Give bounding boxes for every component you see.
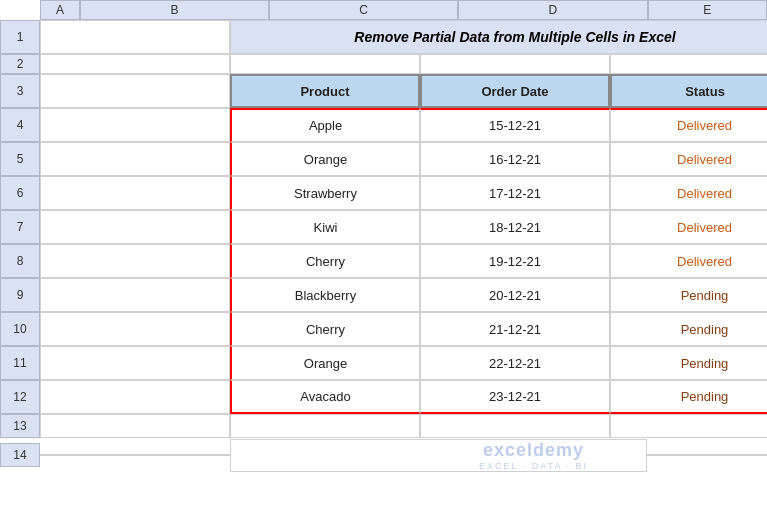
watermark: exceldemy EXCEL · DATA · BI bbox=[479, 440, 588, 471]
cell-date-10: 21-12-21 bbox=[420, 312, 610, 346]
cell-status-8: Delivered bbox=[610, 244, 767, 278]
cell-product-6: Strawberry bbox=[230, 176, 420, 210]
col-header-d: D bbox=[458, 0, 647, 20]
cell-a11 bbox=[40, 346, 230, 380]
row-14: 14 exceldemy EXCEL · DATA · BI bbox=[0, 438, 767, 472]
rownum-6: 6 bbox=[0, 176, 40, 210]
cell-a6 bbox=[40, 176, 230, 210]
rownum-14: 14 bbox=[0, 443, 40, 467]
cell-a10 bbox=[40, 312, 230, 346]
row-6: 6 Strawberry 17-12-21 Delivered bbox=[0, 176, 767, 210]
cell-status-6: Delivered bbox=[610, 176, 767, 210]
watermark-sub: EXCEL · DATA · BI bbox=[479, 461, 588, 471]
cell-status-10: Pending bbox=[610, 312, 767, 346]
col-header-a: A bbox=[40, 0, 80, 20]
rownum-3: 3 bbox=[0, 74, 40, 108]
cell-date-5: 16-12-21 bbox=[420, 142, 610, 176]
row-10: 10 Cherry 21-12-21 Pending bbox=[0, 312, 767, 346]
row-2: 2 bbox=[0, 54, 767, 74]
row-4: 4 Apple 15-12-21 Delivered bbox=[0, 108, 767, 142]
cell-status-11: Pending bbox=[610, 346, 767, 380]
header-product: Product bbox=[230, 74, 420, 108]
row-5: 5 Orange 16-12-21 Delivered bbox=[0, 142, 767, 176]
watermark-logo: exceldemy bbox=[483, 440, 584, 461]
cell-a12 bbox=[40, 380, 230, 414]
cell-product-12: Avacado bbox=[230, 380, 420, 414]
cell-a8 bbox=[40, 244, 230, 278]
cell-b13 bbox=[230, 414, 420, 438]
header-status: Status bbox=[610, 74, 767, 108]
cell-product-4: Apple bbox=[230, 108, 420, 142]
cell-c13 bbox=[420, 414, 610, 438]
cell-d2 bbox=[610, 54, 767, 74]
cell-date-8: 19-12-21 bbox=[420, 244, 610, 278]
cell-date-9: 20-12-21 bbox=[420, 278, 610, 312]
rownum-10: 10 bbox=[0, 312, 40, 346]
cell-date-12: 23-12-21 bbox=[420, 380, 610, 414]
cell-product-5: Orange bbox=[230, 142, 420, 176]
col-header-b: B bbox=[80, 0, 269, 20]
cell-e14 bbox=[647, 454, 767, 456]
cell-a7 bbox=[40, 210, 230, 244]
row-7: 7 Kiwi 18-12-21 Delivered bbox=[0, 210, 767, 244]
rownum-1: 1 bbox=[0, 20, 40, 54]
rownum-13: 13 bbox=[0, 414, 40, 438]
cell-status-7: Delivered bbox=[610, 210, 767, 244]
cell-a1 bbox=[40, 20, 230, 54]
cell-status-12: Pending bbox=[610, 380, 767, 414]
data-rows: 4 Apple 15-12-21 Delivered 5 Orange 16-1… bbox=[0, 108, 767, 414]
cell-a2 bbox=[40, 54, 230, 74]
cell-status-9: Pending bbox=[610, 278, 767, 312]
cell-date-4: 15-12-21 bbox=[420, 108, 610, 142]
spreadsheet: A B C D E 1 Remove Partial Data from Mul… bbox=[0, 0, 767, 519]
rownum-7: 7 bbox=[0, 210, 40, 244]
cell-date-11: 22-12-21 bbox=[420, 346, 610, 380]
row-8: 8 Cherry 19-12-21 Delivered bbox=[0, 244, 767, 278]
cell-date-7: 18-12-21 bbox=[420, 210, 610, 244]
cell-product-8: Cherry bbox=[230, 244, 420, 278]
rownum-2: 2 bbox=[0, 54, 40, 74]
rownum-8: 8 bbox=[0, 244, 40, 278]
row-3: 3 Product Order Date Status bbox=[0, 74, 767, 108]
cell-b2 bbox=[230, 54, 420, 74]
cell-product-7: Kiwi bbox=[230, 210, 420, 244]
rownum-4: 4 bbox=[0, 108, 40, 142]
cell-d13 bbox=[610, 414, 767, 438]
cell-a13 bbox=[40, 414, 230, 438]
rownum-9: 9 bbox=[0, 278, 40, 312]
rownum-5: 5 bbox=[0, 142, 40, 176]
row-13: 13 bbox=[0, 414, 767, 438]
cell-a5 bbox=[40, 142, 230, 176]
rownum-12: 12 bbox=[0, 380, 40, 414]
cell-a3 bbox=[40, 74, 230, 108]
cell-c2 bbox=[420, 54, 610, 74]
cell-status-4: Delivered bbox=[610, 108, 767, 142]
cell-product-11: Orange bbox=[230, 346, 420, 380]
row-12: 12 Avacado 23-12-21 Pending bbox=[0, 380, 767, 414]
cell-a9 bbox=[40, 278, 230, 312]
cell-a14 bbox=[40, 454, 230, 456]
row-11: 11 Orange 22-12-21 Pending bbox=[0, 346, 767, 380]
col-header-e: E bbox=[648, 0, 768, 20]
header-orderdate: Order Date bbox=[420, 74, 610, 108]
cell-title: Remove Partial Data from Multiple Cells … bbox=[230, 20, 767, 54]
cell-product-9: Blackberry bbox=[230, 278, 420, 312]
cell-product-10: Cherry bbox=[230, 312, 420, 346]
row-1: 1 Remove Partial Data from Multiple Cell… bbox=[0, 20, 767, 54]
cell-status-5: Delivered bbox=[610, 142, 767, 176]
column-headers: A B C D E bbox=[40, 0, 767, 20]
cell-date-6: 17-12-21 bbox=[420, 176, 610, 210]
cell-a4 bbox=[40, 108, 230, 142]
col-header-c: C bbox=[269, 0, 458, 20]
rownum-11: 11 bbox=[0, 346, 40, 380]
row-9: 9 Blackberry 20-12-21 Pending bbox=[0, 278, 767, 312]
